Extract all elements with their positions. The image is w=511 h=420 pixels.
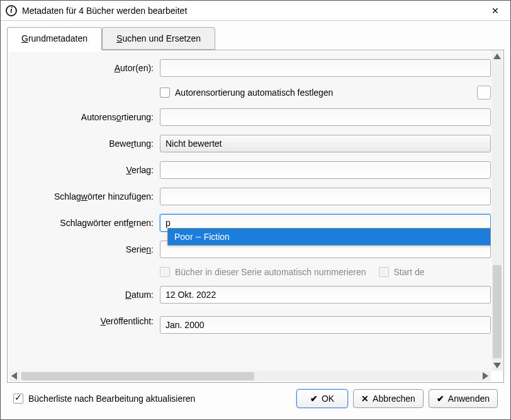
autocomplete-popup: Poor -- Fiction <box>167 228 491 246</box>
ok-button[interactable]: ✔ OK <box>296 389 348 408</box>
series-auto-checkbox <box>160 267 170 277</box>
tab-basic-metadata[interactable]: Grundmetadaten <box>7 27 102 50</box>
publisher-input[interactable] <box>160 161 491 179</box>
autocomplete-item[interactable]: Poor -- Fiction <box>168 229 490 245</box>
tab-sr-rest: uchen und Ersetzen <box>122 33 201 43</box>
author-sort-auto-checkbox[interactable] <box>160 88 170 98</box>
vertical-scrollbar[interactable] <box>491 51 503 371</box>
author-sort-auto-aux-button[interactable] <box>477 86 491 99</box>
row-rating: Bewertung: Nicht bewertet <box>9 135 491 152</box>
cancel-button[interactable]: ✕ Abbrechen <box>353 389 424 408</box>
dialog-footer: Bücherliste nach Bearbeitung aktualisier… <box>7 383 504 413</box>
label-series: Serien: <box>13 244 160 254</box>
check-icon: ✔ <box>437 394 444 404</box>
scroll-right-icon <box>483 372 488 380</box>
tab-search-replace[interactable]: Suchen und Ersetzen <box>102 27 215 50</box>
label-authors: Autor(en): <box>13 63 160 73</box>
row-date: Datum: <box>9 286 491 304</box>
apply-button[interactable]: ✔ Anwenden <box>429 389 498 408</box>
label-date: Datum: <box>13 290 160 300</box>
info-icon: i <box>6 5 17 16</box>
series-start-label: Start de <box>394 267 425 277</box>
apply-label: Anwenden <box>448 394 490 404</box>
row-author-sort-auto: Autorensortierung automatisch festlegen <box>9 86 491 99</box>
check-icon: ✔ <box>310 394 318 404</box>
series-auto-label: Bücher in dieser Serie automatisch numme… <box>175 267 366 277</box>
label-tags-add: Schlagwörter hinzufügen: <box>13 191 160 201</box>
row-publisher: Verlag: <box>9 161 491 179</box>
scroll-down-icon <box>493 363 501 368</box>
ok-label: OK <box>322 394 334 404</box>
rating-select[interactable]: Nicht bewertet <box>160 135 491 152</box>
authors-input[interactable] <box>160 59 491 77</box>
dialog-body: Grundmetadaten Suchen und Ersetzen Autor… <box>1 21 510 419</box>
label-author-sort: Autorensortierung: <box>13 112 160 122</box>
row-author-sort: Autorensortierung: <box>9 108 491 126</box>
scroll-up-icon <box>493 54 501 59</box>
window-title: Metadaten für 4 Bücher werden bearbeitet <box>22 6 485 16</box>
vscroll-thumb[interactable] <box>493 265 502 358</box>
label-tags-remove: Schlagwörter entfernen: <box>13 218 160 228</box>
pubdate-input[interactable] <box>160 316 491 334</box>
form-scroll-area: Autor(en): Autorensortierung automatisch… <box>9 52 491 371</box>
dialog-window: i Metadaten für 4 Bücher werden bearbeit… <box>0 0 511 420</box>
label-publisher: Verlag: <box>13 165 160 175</box>
cancel-label: Abbrechen <box>373 394 415 404</box>
horizontal-scrollbar[interactable] <box>9 371 491 382</box>
label-pubdate: Veröffentlicht: <box>13 316 160 326</box>
series-start-checkbox <box>379 267 389 277</box>
refresh-checkbox[interactable] <box>13 394 23 404</box>
scroll-left-icon <box>11 372 17 380</box>
tab-basic-accel: G <box>21 33 28 43</box>
tags-add-input[interactable] <box>160 188 491 205</box>
row-pubdate: Veröffentlicht: <box>9 312 491 330</box>
label-rating: Bewertung: <box>13 139 160 149</box>
author-sort-auto-label: Autorensortierung automatisch festlegen <box>175 88 333 98</box>
x-icon: ✕ <box>361 394 369 404</box>
author-sort-input[interactable] <box>160 108 491 126</box>
tab-bar: Grundmetadaten Suchen und Ersetzen <box>7 27 504 50</box>
tab-basic-rest: rundmetadaten <box>28 33 87 43</box>
row-series-auto: Bücher in dieser Serie automatisch numme… <box>9 267 491 277</box>
date-input[interactable] <box>160 286 491 304</box>
refresh-label: Bücherliste nach Bearbeitung aktualisier… <box>28 394 195 404</box>
row-tags-add: Schlagwörter hinzufügen: <box>9 188 491 205</box>
hscroll-thumb[interactable] <box>21 372 254 380</box>
titlebar: i Metadaten für 4 Bücher werden bearbeit… <box>1 1 510 21</box>
rating-value: Nicht bewertet <box>166 139 222 149</box>
tab-pane: Autor(en): Autorensortierung automatisch… <box>7 50 504 383</box>
row-authors: Autor(en): <box>9 59 491 77</box>
close-button[interactable]: ✕ <box>485 2 505 20</box>
